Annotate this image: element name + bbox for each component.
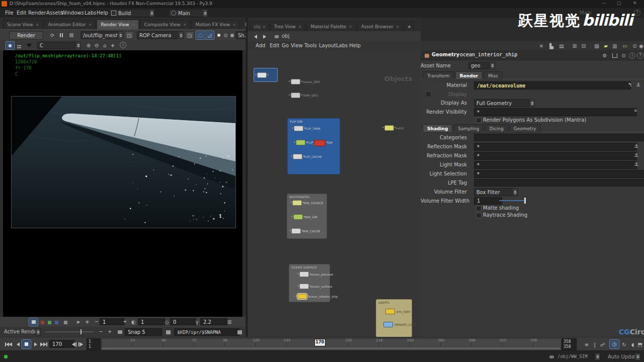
current-node-path[interactable]: /obj/WW_SIM <box>557 354 588 359</box>
node-flip-error[interactable] <box>314 140 326 146</box>
desktop-spinner-icon[interactable] <box>149 9 154 17</box>
playback-end-field[interactable]: 358 <box>562 339 576 344</box>
lpe-tag-field[interactable] <box>474 179 644 187</box>
grid-icon[interactable]: ⊞ <box>225 318 233 326</box>
contrast-icon[interactable]: ◐ <box>130 318 137 326</box>
display-rgba-icon[interactable] <box>6 42 14 49</box>
contrast-field[interactable]: 1 <box>138 318 165 325</box>
node-flip-sim[interactable] <box>296 140 305 145</box>
image-toggle-icon[interactable] <box>29 318 38 326</box>
rop-jump-icon[interactable]: ◳ <box>125 31 134 39</box>
tools-icon[interactable]: ✕ <box>537 42 545 50</box>
list-icon[interactable]: ▤ <box>557 42 566 50</box>
network-canvas[interactable]: Objects ocean_GEO SHIP_GEO FLIP SIM FLIP… <box>248 51 421 337</box>
auto-update-spinner-icon[interactable] <box>635 353 640 360</box>
net-menu-labs[interactable]: Labs <box>336 43 348 48</box>
node-flip-cache[interactable] <box>293 154 302 159</box>
node-help-icon[interactable]: ? <box>637 52 643 59</box>
range-slider[interactable] <box>102 347 560 350</box>
node-thumbnail[interactable] <box>254 68 278 82</box>
material-field[interactable]: /mat/oceanvolume <box>474 81 631 89</box>
net-menu-add[interactable]: Add <box>256 43 265 48</box>
param-search-icon[interactable]: ⊙ <box>620 52 627 59</box>
tab-tree-view[interactable]: Tree View✕ <box>270 22 306 31</box>
playhead-marker[interactable]: 170 <box>314 339 326 346</box>
split-view-icon[interactable]: ⊟ <box>580 42 588 50</box>
material-jump-icon[interactable]: ⚓ <box>636 82 640 87</box>
refraction-mask-field[interactable]: * <box>474 152 637 160</box>
save-snapshot-icon[interactable] <box>164 328 172 336</box>
node-path-spinner-icon[interactable] <box>595 353 600 360</box>
light-selection-field[interactable]: * <box>474 170 644 178</box>
active-render-label[interactable]: Active Render <box>4 329 39 334</box>
forward-icon[interactable] <box>261 33 269 40</box>
light-icon[interactable] <box>215 31 222 39</box>
node-list-icon[interactable]: ▙ <box>547 42 555 50</box>
tab-asset-browser[interactable]: Asset Browser✕ <box>357 22 404 31</box>
network-path[interactable]: obj <box>282 33 289 39</box>
save-snapshot-icon-2[interactable] <box>235 328 244 336</box>
volume-filter-spinner-icon[interactable] <box>512 188 518 196</box>
material-nodepath-icon[interactable]: ↰ <box>628 82 632 87</box>
raytrace-shading-checkbox[interactable] <box>476 213 481 218</box>
region-icon[interactable] <box>228 31 236 39</box>
volume-filter-dropdown[interactable]: Box Filter <box>474 188 516 196</box>
tab-material-palette[interactable]: Material Palette✕ <box>306 22 356 31</box>
node-type-icon[interactable] <box>423 52 431 59</box>
camera-selector[interactable]: ROP Camera <box>137 31 182 39</box>
brightness-field[interactable]: 0 <box>170 318 196 325</box>
light-mask-select-icon[interactable]: ⚓ <box>634 161 638 167</box>
net-menu-go[interactable]: Go <box>282 43 289 48</box>
stop-playback-button[interactable] <box>22 340 31 348</box>
step-back-button[interactable] <box>70 340 77 348</box>
net-menu-view[interactable]: View <box>291 43 303 48</box>
reflection-mask-select-icon[interactable]: ⚓ <box>634 143 638 149</box>
node-ocean-surface[interactable] <box>299 284 309 289</box>
plane-spinner-icon[interactable] <box>75 42 81 49</box>
gamma-field[interactable]: 2.2 <box>200 318 227 325</box>
preset-save-icon[interactable] <box>611 52 619 59</box>
render-visibility-menu-icon[interactable]: ✱ <box>634 109 637 113</box>
realtime-toggle-icon[interactable]: ◷ <box>610 340 619 348</box>
menu-labs[interactable]: Labs <box>85 10 96 16</box>
close-button[interactable]: ✕ <box>633 1 637 6</box>
network-add-tab-button[interactable]: + <box>404 22 414 31</box>
light-mask-field[interactable]: * <box>474 161 637 169</box>
flag-dropdown-icon[interactable] <box>25 42 33 49</box>
gear-icon[interactable]: ⚙ <box>601 52 609 59</box>
sample-icon[interactable]: ✳ <box>84 318 91 326</box>
node-ship-geo[interactable] <box>291 93 300 98</box>
volume-filter-width-slider[interactable] <box>499 200 525 201</box>
camera-spinner-icon[interactable] <box>178 31 184 39</box>
folder-icon[interactable]: ▭ <box>621 42 629 50</box>
volume-filter-width-slider-handle[interactable] <box>524 198 526 204</box>
loop-mode-icon[interactable]: ↻ <box>620 340 628 348</box>
asset-spinner-icon[interactable] <box>490 62 495 69</box>
info-icon[interactable]: i <box>120 42 126 48</box>
net-menu-help[interactable]: Help <box>349 43 361 48</box>
tab-scene-view[interactable]: Scene View✕ <box>3 20 43 29</box>
pause-icon[interactable] <box>57 31 65 39</box>
snapshot-slider[interactable] <box>45 331 93 332</box>
snap-plus[interactable]: + <box>108 329 112 334</box>
simulation-icon[interactable]: ☍ <box>599 340 607 348</box>
netbox-ocean-surface[interactable]: OCEAN SURFACE ocean_preview ocean_surfac… <box>289 264 330 302</box>
rop-spinner-icon[interactable] <box>118 31 123 39</box>
jump-to-end-button[interactable] <box>39 340 48 348</box>
green-channel-icon[interactable] <box>46 319 52 325</box>
node-name-field[interactable]: ocean_interior_ship <box>460 52 517 57</box>
tab-animation-editor[interactable]: Animation Editor✕ <box>44 20 96 29</box>
exposure-minus[interactable]: − <box>95 319 99 324</box>
target-icon[interactable]: ◉ <box>637 42 644 50</box>
main-takes-selector[interactable]: Main <box>169 9 205 17</box>
menu-edit[interactable]: Edit <box>17 10 26 16</box>
zoom-out-icon[interactable]: ⊖ <box>93 42 101 49</box>
red-channel-icon[interactable] <box>39 319 45 325</box>
scene-update-icon[interactable]: ◿ <box>205 31 214 39</box>
gamma-icon[interactable]: γ <box>193 318 201 326</box>
global-end-field[interactable]: 350 <box>562 344 576 349</box>
node-ww-source[interactable] <box>292 200 302 206</box>
zoom-in-icon[interactable]: ⊕ <box>85 42 93 49</box>
global-start-field[interactable]: 1 <box>87 344 100 349</box>
node-ocean-interior-ship[interactable] <box>297 294 307 299</box>
